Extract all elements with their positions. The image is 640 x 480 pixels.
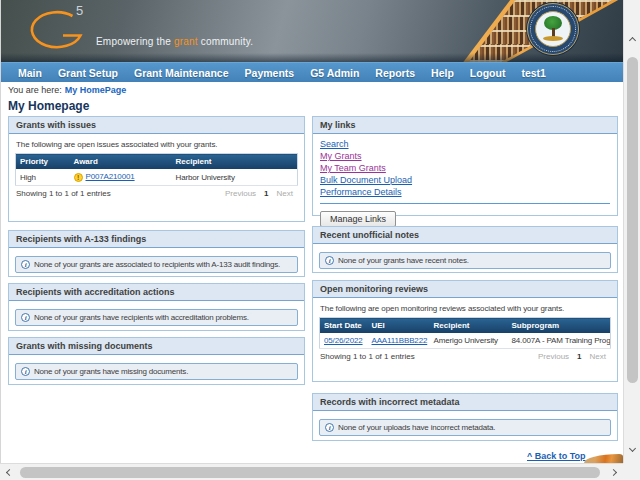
tagline-pre: Empowering the [96,36,174,47]
info-message-box: i None of your grants have recent notes. [319,252,611,269]
showing-entries-text: Showing 1 to 1 of 1 entries [16,189,111,198]
back-to-top-link[interactable]: ^ Back to Top [527,451,586,461]
col-header-award: Award [70,154,172,170]
col-header-start-date: Start Date [320,318,368,334]
department-of-education-seal [527,3,579,55]
page-title: My Homepage [8,99,89,113]
breadcrumb-prefix: You are here: [8,85,62,95]
grants-issues-table: Priority Award Recipient High !P007A2100… [15,153,298,186]
panel-accreditation-actions: Recipients with accreditation actions i … [8,283,305,331]
table-row: High !P007A210001 Harbor University [16,169,298,186]
divider [320,203,610,204]
nav-item-g5-admin[interactable]: G5 Admin [302,67,367,79]
pagination-next[interactable]: Next [590,352,606,361]
footer-banner-image-fragment [584,454,623,463]
app-header-banner: 5 Empowering the grant community. [0,0,623,62]
cell-subprogram: 84.007A - PAM Training Program [508,333,611,349]
warning-icon: ! [74,173,83,182]
horizontal-scrollbar-thumb[interactable] [20,467,600,478]
col-header-uei: UEI [368,318,430,334]
cell-priority: High [16,169,70,186]
horizontal-scrollbar[interactable] [0,463,623,480]
pagination-previous[interactable]: Previous [538,352,569,361]
panel-title: My links [313,117,617,134]
link-my-team-grants[interactable]: My Team Grants [320,162,610,174]
link-performance-details[interactable]: Performance Details [320,186,610,198]
info-icon: i [21,367,30,376]
breadcrumb: You are here:My HomePage [8,85,126,95]
info-message-box: i None of your uploads have incorrect me… [319,419,611,436]
panel-title: Records with incorrect metadata [313,394,617,411]
tagline-post: community. [198,36,253,47]
panel-recent-unofficial-notes: Recent unofficial notes i None of your g… [312,226,618,273]
nav-item-username[interactable]: test1 [513,67,554,79]
scroll-right-arrow-icon[interactable] [610,469,617,476]
info-message-text: None of your grants have recipients with… [34,313,249,322]
cell-award: !P007A210001 [70,169,172,186]
table-row: 05/26/2022 AAA111BBB222 Amerigo Universi… [320,333,611,349]
col-header-recipient: Recipient [172,154,298,170]
info-icon: i [325,423,334,432]
nav-item-payments[interactable]: Payments [237,67,303,79]
panel-title: Recipients with A-133 findings [9,231,304,248]
g5-logo-five: 5 [76,3,83,18]
seal-inner-circle [535,11,571,47]
main-navigation-bar: Main Grant Setup Grant Maintenance Payme… [0,62,623,82]
link-search[interactable]: Search [320,138,610,150]
panel-my-links: My links Search My Grants My Team Grants… [312,116,618,216]
panel-description: The following are open issues associated… [16,140,297,149]
my-links-list: Search My Grants My Team Grants Bulk Doc… [313,134,617,227]
panel-title: Grants with missing documents [9,338,304,355]
panel-title: Open monitoring reviews [313,281,617,298]
panel-description: The following are open monitoring review… [320,304,610,313]
cell-uei: AAA111BBB222 [368,333,430,349]
panel-title: Recipients with accreditation actions [9,284,304,301]
nav-item-reports[interactable]: Reports [367,67,423,79]
link-my-grants[interactable]: My Grants [320,150,610,162]
nav-item-grant-maintenance[interactable]: Grant Maintenance [126,67,237,79]
scroll-down-arrow-icon[interactable] [629,445,636,452]
nav-item-grant-setup[interactable]: Grant Setup [50,67,126,79]
uei-link[interactable]: AAA111BBB222 [372,336,428,345]
panel-open-monitoring-reviews: Open monitoring reviews The following ar… [312,280,618,382]
scrollbar-corner [623,463,640,480]
info-icon: i [325,256,334,265]
col-header-priority: Priority [16,154,70,170]
award-link[interactable]: P007A210001 [86,172,135,181]
pagination: Previous1Next [221,189,297,198]
panel-incorrect-metadata: Records with incorrect metadata i None o… [312,393,618,441]
info-icon: i [21,260,30,269]
panel-title: Recent unofficial notes [313,227,617,244]
info-message-box: i None of your grants have recipients wi… [15,309,298,326]
manage-links-button[interactable]: Manage Links [320,211,396,227]
start-date-link[interactable]: 05/26/2022 [324,336,363,345]
pagination-next[interactable]: Next [277,189,293,198]
monitoring-reviews-table: Start Date UEI Recipient Subprogram 05/2… [319,317,611,349]
pagination-previous[interactable]: Previous [225,189,256,198]
window-left-border [0,0,1,463]
scroll-up-arrow-icon[interactable] [629,37,636,44]
nav-item-logout[interactable]: Logout [462,67,514,79]
breadcrumb-link-my-homepage[interactable]: My HomePage [65,85,127,95]
link-bulk-document-upload[interactable]: Bulk Document Upload [320,174,610,186]
cell-recipient: Amerigo University [430,333,508,349]
nav-item-help[interactable]: Help [423,67,462,79]
showing-entries-text: Showing 1 to 1 of 1 entries [320,352,415,361]
panel-title: Grants with issues [9,117,304,134]
panel-grants-with-issues: Grants with issues The following are ope… [8,116,305,222]
info-message-text: None of your uploads have incorrect meta… [338,423,495,432]
tagline: Empowering the grant community. [96,36,253,47]
pagination-page-1[interactable]: 1 [577,352,581,361]
scroll-left-arrow-icon[interactable] [6,469,13,476]
vertical-scrollbar-thumb[interactable] [627,57,638,383]
cell-recipient: Harbor University [172,169,298,186]
vertical-scrollbar[interactable] [623,0,640,463]
info-message-text: None of your grants are associated to re… [34,260,280,269]
col-header-recipient: Recipient [430,318,508,334]
panel-missing-documents: Grants with missing documents i None of … [8,337,305,385]
nav-item-main[interactable]: Main [10,67,50,79]
panel-a133-findings: Recipients with A-133 findings i None of… [8,230,305,277]
pagination-page-1[interactable]: 1 [264,189,268,198]
col-header-subprogram: Subprogram [508,318,611,334]
info-message-box: i None of your grants have missing docum… [15,363,298,380]
